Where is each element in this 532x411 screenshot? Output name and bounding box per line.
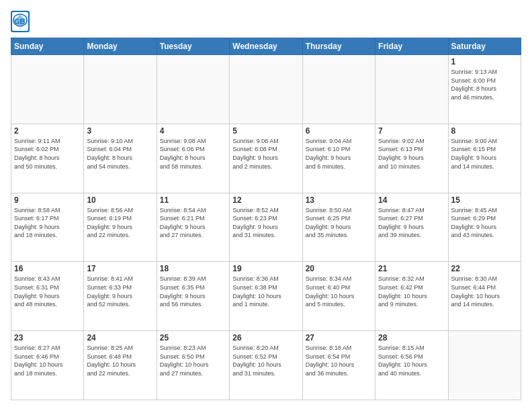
day-info: Sunrise: 9:13 AMSunset: 6:00 PMDaylight:… [451, 68, 518, 101]
day-number: 9 [14, 195, 81, 205]
weekday-header-tuesday: Tuesday [157, 38, 229, 55]
week-row-5: 23Sunrise: 8:27 AMSunset: 6:46 PMDayligh… [11, 331, 521, 400]
day-number: 8 [451, 126, 518, 136]
day-number: 2 [14, 126, 81, 136]
day-number: 25 [160, 333, 226, 342]
day-number: 12 [232, 195, 299, 205]
day-number: 4 [160, 126, 226, 136]
day-number: 21 [378, 264, 445, 273]
day-number: 26 [232, 333, 299, 342]
day-number: 13 [306, 195, 372, 205]
calendar-cell: 18Sunrise: 8:39 AMSunset: 6:35 PMDayligh… [157, 262, 229, 331]
day-info: Sunrise: 9:10 AMSunset: 6:04 PMDaylight:… [87, 137, 153, 171]
weekday-header-thursday: Thursday [302, 38, 375, 55]
day-info: Sunrise: 8:15 AMSunset: 6:56 PMDaylight:… [378, 344, 445, 377]
calendar-cell: 17Sunrise: 8:41 AMSunset: 6:33 PMDayligh… [84, 262, 157, 331]
week-row-4: 16Sunrise: 8:43 AMSunset: 6:31 PMDayligh… [11, 262, 521, 331]
weekday-header-wednesday: Wednesday [230, 38, 302, 55]
day-info: Sunrise: 8:27 AMSunset: 6:46 PMDaylight:… [14, 344, 81, 377]
day-number: 18 [160, 264, 226, 273]
calendar-cell [448, 331, 521, 400]
day-info: Sunrise: 8:30 AMSunset: 6:44 PMDaylight:… [451, 275, 518, 308]
day-info: Sunrise: 8:41 AMSunset: 6:33 PMDaylight:… [87, 275, 153, 308]
day-info: Sunrise: 8:39 AMSunset: 6:35 PMDaylight:… [160, 275, 226, 308]
calendar-cell [157, 55, 229, 124]
day-number: 17 [87, 264, 153, 273]
day-info: Sunrise: 8:45 AMSunset: 6:29 PMDaylight:… [451, 206, 518, 240]
day-number: 23 [14, 333, 81, 342]
calendar-cell: 6Sunrise: 9:04 AMSunset: 6:10 PMDaylight… [302, 124, 375, 193]
calendar-cell: 27Sunrise: 8:18 AMSunset: 6:54 PMDayligh… [302, 331, 375, 400]
day-number: 19 [232, 264, 299, 273]
calendar-cell: 13Sunrise: 8:50 AMSunset: 6:25 PMDayligh… [302, 193, 375, 262]
calendar-cell: 15Sunrise: 8:45 AMSunset: 6:29 PMDayligh… [448, 193, 521, 262]
calendar-table: SundayMondayTuesdayWednesdayThursdayFrid… [11, 38, 521, 400]
calendar-cell: 21Sunrise: 8:32 AMSunset: 6:42 PMDayligh… [375, 262, 448, 331]
day-number: 24 [87, 333, 153, 342]
week-row-2: 2Sunrise: 9:11 AMSunset: 6:02 PMDaylight… [11, 124, 521, 193]
calendar-cell: 25Sunrise: 8:23 AMSunset: 6:50 PMDayligh… [157, 331, 229, 400]
calendar-cell: 11Sunrise: 8:54 AMSunset: 6:21 PMDayligh… [157, 193, 229, 262]
day-info: Sunrise: 9:08 AMSunset: 6:06 PMDaylight:… [160, 137, 226, 171]
weekday-header-monday: Monday [84, 38, 157, 55]
calendar-cell: 28Sunrise: 8:15 AMSunset: 6:56 PMDayligh… [375, 331, 448, 400]
day-number: 20 [306, 264, 372, 273]
calendar-cell: 24Sunrise: 8:25 AMSunset: 6:48 PMDayligh… [84, 331, 157, 400]
day-number: 16 [14, 264, 81, 273]
weekday-header-row: SundayMondayTuesdayWednesdayThursdayFrid… [11, 38, 521, 55]
day-number: 15 [451, 195, 518, 205]
calendar-cell [230, 55, 302, 124]
day-number: 28 [378, 333, 445, 342]
day-number: 5 [232, 126, 299, 136]
day-number: 1 [451, 57, 518, 66]
day-number: 10 [87, 195, 153, 205]
calendar-cell: 5Sunrise: 9:06 AMSunset: 6:08 PMDaylight… [230, 124, 302, 193]
calendar-cell: 19Sunrise: 8:36 AMSunset: 6:38 PMDayligh… [230, 262, 302, 331]
day-number: 6 [306, 126, 372, 136]
week-row-3: 9Sunrise: 8:58 AMSunset: 6:17 PMDaylight… [11, 193, 521, 262]
weekday-header-saturday: Saturday [448, 38, 521, 55]
calendar-cell: 22Sunrise: 8:30 AMSunset: 6:44 PMDayligh… [448, 262, 521, 331]
day-info: Sunrise: 8:18 AMSunset: 6:54 PMDaylight:… [306, 344, 372, 377]
day-number: 14 [378, 195, 445, 205]
day-number: 22 [451, 264, 518, 273]
day-info: Sunrise: 8:20 AMSunset: 6:52 PMDaylight:… [232, 344, 299, 377]
day-info: Sunrise: 9:00 AMSunset: 6:15 PMDaylight:… [451, 137, 518, 171]
week-row-1: 1Sunrise: 9:13 AMSunset: 6:00 PMDaylight… [11, 55, 521, 124]
calendar-cell: 4Sunrise: 9:08 AMSunset: 6:06 PMDaylight… [157, 124, 229, 193]
calendar-cell: 1Sunrise: 9:13 AMSunset: 6:00 PMDaylight… [448, 55, 521, 124]
day-info: Sunrise: 8:52 AMSunset: 6:23 PMDaylight:… [232, 206, 299, 240]
calendar-cell [84, 55, 157, 124]
day-info: Sunrise: 8:54 AMSunset: 6:21 PMDaylight:… [160, 206, 226, 240]
day-info: Sunrise: 8:43 AMSunset: 6:31 PMDaylight:… [14, 275, 81, 308]
calendar-cell: 3Sunrise: 9:10 AMSunset: 6:04 PMDaylight… [84, 124, 157, 193]
day-info: Sunrise: 8:32 AMSunset: 6:42 PMDaylight:… [378, 275, 445, 308]
logo-icon: GB [11, 11, 30, 32]
day-info: Sunrise: 8:50 AMSunset: 6:25 PMDaylight:… [306, 206, 372, 240]
calendar-cell: 9Sunrise: 8:58 AMSunset: 6:17 PMDaylight… [11, 193, 84, 262]
day-info: Sunrise: 8:25 AMSunset: 6:48 PMDaylight:… [87, 344, 153, 377]
weekday-header-sunday: Sunday [11, 38, 84, 55]
calendar-cell: 2Sunrise: 9:11 AMSunset: 6:02 PMDaylight… [11, 124, 84, 193]
day-info: Sunrise: 8:36 AMSunset: 6:38 PMDaylight:… [232, 275, 299, 308]
header: GB [11, 11, 521, 32]
day-info: Sunrise: 8:23 AMSunset: 6:50 PMDaylight:… [160, 344, 226, 377]
calendar-cell: 23Sunrise: 8:27 AMSunset: 6:46 PMDayligh… [11, 331, 84, 400]
calendar-cell: 10Sunrise: 8:56 AMSunset: 6:19 PMDayligh… [84, 193, 157, 262]
calendar-cell: 20Sunrise: 8:34 AMSunset: 6:40 PMDayligh… [302, 262, 375, 331]
svg-text:GB: GB [14, 17, 26, 26]
weekday-header-friday: Friday [375, 38, 448, 55]
calendar-cell: 7Sunrise: 9:02 AMSunset: 6:13 PMDaylight… [375, 124, 448, 193]
calendar-cell: 16Sunrise: 8:43 AMSunset: 6:31 PMDayligh… [11, 262, 84, 331]
day-number: 27 [306, 333, 372, 342]
day-number: 7 [378, 126, 445, 136]
calendar-cell: 26Sunrise: 8:20 AMSunset: 6:52 PMDayligh… [230, 331, 302, 400]
day-info: Sunrise: 8:58 AMSunset: 6:17 PMDaylight:… [14, 206, 81, 240]
day-info: Sunrise: 9:04 AMSunset: 6:10 PMDaylight:… [306, 137, 372, 171]
day-info: Sunrise: 8:34 AMSunset: 6:40 PMDaylight:… [306, 275, 372, 308]
calendar-cell [302, 55, 375, 124]
day-info: Sunrise: 8:56 AMSunset: 6:19 PMDaylight:… [87, 206, 153, 240]
calendar-cell: 14Sunrise: 8:47 AMSunset: 6:27 PMDayligh… [375, 193, 448, 262]
calendar-cell: 12Sunrise: 8:52 AMSunset: 6:23 PMDayligh… [230, 193, 302, 262]
day-info: Sunrise: 9:02 AMSunset: 6:13 PMDaylight:… [378, 137, 445, 171]
